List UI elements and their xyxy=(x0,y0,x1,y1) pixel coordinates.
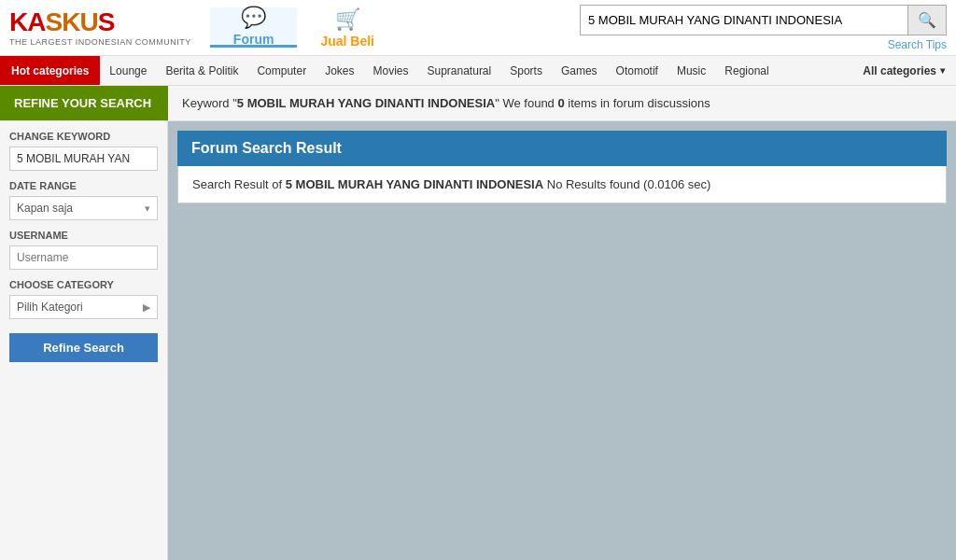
result-body: Search Result of 5 MOBIL MURAH YANG DINA… xyxy=(177,166,947,203)
sidebar: CHANGE KEYWORD DATE RANGE Kapan saja Har… xyxy=(0,121,168,560)
cat-lounge[interactable]: Lounge xyxy=(100,56,156,85)
keyword-input[interactable] xyxy=(9,147,158,171)
content-area: Forum Search Result Search Result of 5 M… xyxy=(168,121,956,560)
refine-count: 0 xyxy=(557,96,564,110)
cat-music[interactable]: Music xyxy=(668,56,715,85)
chevron-right-icon: ▶ xyxy=(143,301,150,314)
cat-berita[interactable]: Berita & Politik xyxy=(156,56,247,85)
cat-computer[interactable]: Computer xyxy=(247,56,316,85)
cat-sports[interactable]: Sports xyxy=(500,56,552,85)
all-categories-button[interactable]: All categories ▾ xyxy=(851,56,956,85)
logo: KASKUS THE LARGEST INDONESIAN COMMUNITY xyxy=(9,9,191,47)
category-bar: Hot categories Lounge Berita & Politik C… xyxy=(0,56,956,86)
result-keyword: 5 MOBIL MURAH YANG DINANTI INDONESIA xyxy=(286,177,543,191)
tab-forum[interactable]: 💬 Forum xyxy=(210,7,298,48)
search-tips-link[interactable]: Search Tips xyxy=(888,38,947,51)
date-range-label: DATE RANGE xyxy=(9,180,158,191)
logo-text: KASKUS xyxy=(9,9,191,35)
tab-forum-label: Forum xyxy=(233,32,274,47)
cat-movies[interactable]: Movies xyxy=(363,56,417,85)
nav-tabs: 💬 Forum 🛒 Jual Beli xyxy=(210,7,398,48)
tab-jualbeli-label: Jual Beli xyxy=(320,34,374,49)
result-header: Forum Search Result xyxy=(177,131,947,166)
tab-jualbeli[interactable]: 🛒 Jual Beli xyxy=(297,7,398,48)
logo-subtitle: THE LARGEST INDONESIAN COMMUNITY xyxy=(9,37,191,47)
hot-categories-button[interactable]: Hot categories xyxy=(0,56,100,85)
forum-icon: 💬 xyxy=(241,6,266,30)
cat-regional[interactable]: Regional xyxy=(715,56,778,85)
search-input[interactable] xyxy=(581,7,907,33)
change-keyword-label: CHANGE KEYWORD xyxy=(9,131,158,142)
refine-search-info: Keyword "5 MOBIL MURAH YANG DINANTI INDO… xyxy=(168,96,724,110)
username-label: USERNAME xyxy=(9,230,158,241)
date-range-select[interactable]: Kapan saja Hari ini Minggu ini Bulan ini xyxy=(9,196,158,220)
refine-label[interactable]: REFINE YOUR SEARCH xyxy=(0,86,168,120)
cat-games[interactable]: Games xyxy=(552,56,607,85)
refine-keyword: 5 MOBIL MURAH YANG DINANTI INDONESIA xyxy=(237,96,495,110)
date-range-wrapper: Kapan saja Hari ini Minggu ini Bulan ini… xyxy=(9,196,158,220)
cat-supranatural[interactable]: Supranatural xyxy=(418,56,501,85)
category-placeholder: Pilih Kategori xyxy=(17,301,83,314)
cat-otomotif[interactable]: Otomotif xyxy=(607,56,668,85)
result-suffix: No Results found (0.0106 sec) xyxy=(543,177,710,191)
choose-category-label: CHOOSE CATEGORY xyxy=(9,279,158,290)
cat-jokes[interactable]: Jokes xyxy=(316,56,363,85)
refine-search-button[interactable]: Refine Search xyxy=(9,333,158,362)
refine-bar: REFINE YOUR SEARCH Keyword "5 MOBIL MURA… xyxy=(0,86,956,121)
search-area: 🔍 Search Tips xyxy=(580,5,947,51)
username-input[interactable] xyxy=(9,245,158,270)
chevron-down-icon: ▾ xyxy=(940,65,945,76)
category-selector[interactable]: Pilih Kategori ▶ xyxy=(9,295,158,319)
jualbeli-icon: 🛒 xyxy=(335,7,360,32)
search-button[interactable]: 🔍 xyxy=(907,6,946,35)
